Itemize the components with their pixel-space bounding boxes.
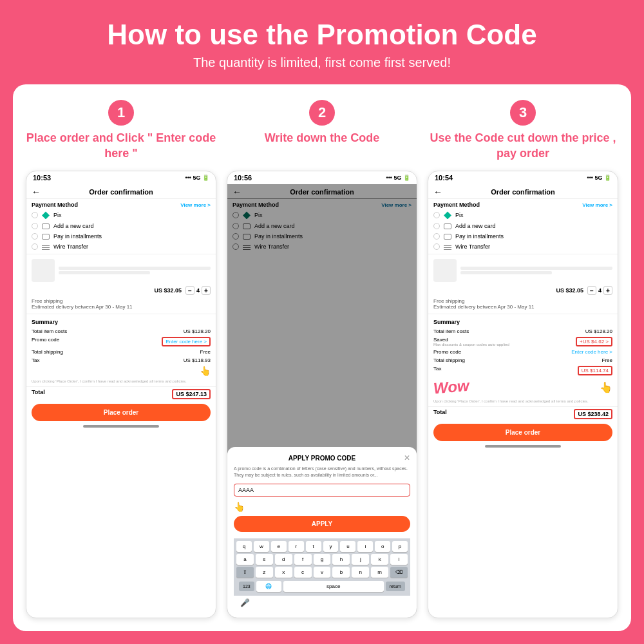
home-bar-1 [83,425,159,428]
product-row-1 [26,256,216,285]
price-row-1: US $32.05 − 4 + [26,285,216,296]
card-option-1: Add a new card [26,221,216,231]
card-icon-1 [42,223,50,229]
wow-area: Wow 👆 [428,377,618,397]
promo-row-3: Promo code Enter code here > [433,348,612,356]
time-1: 10:53 [33,174,51,182]
cursor-icon-2: 👆 [234,502,245,512]
modal-title: APPLY PROMO CODE [234,455,410,462]
saved-row: Saved Max discounts & coupon codes auto-… [433,336,612,348]
radio-4 [32,243,38,250]
place-order-btn-1[interactable]: Place order [32,404,211,421]
saved-value: +US $4.62 > [576,337,612,346]
step-1: 1 Place order and Click " Enter code her… [26,100,216,618]
total-value-3: US $238.42 [574,409,612,419]
time-3: 10:54 [435,174,453,182]
signal-2: ••• 5G 🔋 [386,175,410,181]
step-label-3: Use the Code cut down the price , pay or… [428,131,618,163]
keyboard: q w e r t y u i o p [234,538,410,596]
phone-mockup-3: 10:54 ••• 5G 🔋 ← Order confirmation Paym… [428,171,618,618]
time-2: 10:56 [234,174,252,182]
installment-option-1: Pay in installments [26,231,216,242]
mic-row: 🎤 [234,596,410,610]
modal-close-icon[interactable]: ✕ [404,453,410,462]
tax-highlight-3: US $114.74 [578,366,612,375]
keyboard-row-1: q w e r t y u i o p [236,541,408,552]
place-order-btn-3[interactable]: Place order [433,424,612,441]
step-number-2: 2 [309,100,335,126]
radio-1 [32,212,38,218]
status-bar-3: 10:54 ••• 5G 🔋 [428,171,618,184]
step-2: 2 Write down the Code 10:56 ••• 5G 🔋 ← O… [227,100,417,618]
home-bar-3 [485,445,561,448]
step-number-3: 3 [510,100,536,126]
enter-code-highlight[interactable]: Enter code here > [162,337,211,346]
product-row-3 [428,256,618,285]
hand-area-2: 👆 [234,502,410,512]
phone-mockup-1: 10:53 ••• 5G 🔋 ← Order confirmation Paym… [26,171,216,618]
cursor-icon-3: 👆 [600,381,612,393]
pix-icon-1 [42,211,50,219]
radio-2 [32,223,38,229]
total-value-1: US $247.13 [172,389,211,399]
total-item-row-3: Total item costs US $128.20 [433,327,612,336]
shipping-3: Free shipping Estimated delivery between… [428,296,618,312]
price-row-3: US $32.05 − 4 + [428,285,618,296]
tax-row-3: Tax US $114.74 [433,365,612,377]
wire-icon-1 [42,244,50,250]
product-thumb-3 [433,259,457,282]
back-arrow-1: ← [32,187,41,197]
installment-icon-1 [42,234,50,240]
shipping-row-3: Total shipping Free [433,356,612,365]
terms-1: Upon clicking 'Place Order', I confirm I… [26,377,216,386]
tax-row-1: Tax US $118.93 [32,356,211,365]
phone-relative-2: ← Order confirmation Payment Method View… [227,184,417,618]
wire-option-1: Wire Transfer [26,242,216,252]
payment-label-3: Payment Method View more > [428,199,618,209]
steps-container: 1 Place order and Click " Enter code her… [13,84,631,631]
mic-icon: 🎤 [240,598,250,607]
promo-modal: APPLY PROMO CODE ✕ A promo code is a com… [227,447,417,618]
product-info-1 [59,267,211,274]
keyboard-row-2: a s d f g h j k l [236,554,408,565]
modal-desc: A promo code is a combination of letters… [234,466,410,478]
wow-text: Wow [433,377,470,398]
cursor-icon-1: 👆 [200,366,211,376]
shipping-row-1: Total shipping Free [32,348,211,356]
hand-area-1: 👆 [26,365,216,377]
step-label-1: Place order and Click " Enter code here … [26,131,216,163]
keyboard-bottom: 123 🌐 space return [236,580,408,593]
phone-content-3: ← Order confirmation Payment Method View… [428,184,618,618]
step-3: 3 Use the Code cut down the price , pay … [428,100,618,618]
order-header-1: ← Order confirmation [26,184,216,199]
payment-label-1: Payment Method View more > [26,199,216,209]
phone-mockup-2: 10:56 ••• 5G 🔋 ← Order confirmation Paym… [227,171,417,618]
page-subtitle: The quantity is limited, first come firs… [193,55,451,70]
apply-btn[interactable]: APPLY [234,516,410,532]
signal-3: ••• 5G 🔋 [587,175,611,181]
pix-option-1: Pix [26,209,216,221]
signal-1: ••• 5G 🔋 [185,175,209,181]
step-number-1: 1 [108,100,134,126]
status-bar-1: 10:53 ••• 5G 🔋 [26,171,216,184]
summary-section-1: Summary Total item costs US $128.20 Prom… [26,316,216,365]
promo-input-row: AAAA [234,484,410,497]
summary-section-3: Summary Total item costs US $128.20 Save… [428,316,618,377]
total-row-3: Total US $238.42 [428,406,618,421]
phone-content-1: ← Order confirmation Payment Method View… [26,184,216,618]
shipping-1: Free shipping Estimated delivery between… [26,296,216,312]
product-thumb-1 [32,259,55,282]
main-container: How to use the Promotion Code The quanti… [0,0,644,644]
radio-3 [32,233,38,240]
qty-control-1: − 4 + [185,286,211,295]
total-item-row-1: Total item costs US $128.20 [32,327,211,336]
page-title: How to use the Promotion Code [107,19,536,50]
keyboard-row-3: ⇧ z x c v b n m ⌫ [236,567,408,578]
order-header-3: ← Order confirmation [428,184,618,199]
step-label-2: Write down the Code [265,131,380,163]
promo-row-1: Promo code Enter code here > [32,336,211,348]
status-bar-2: 10:56 ••• 5G 🔋 [227,171,417,184]
total-row-1: Total US $247.13 [26,386,216,401]
